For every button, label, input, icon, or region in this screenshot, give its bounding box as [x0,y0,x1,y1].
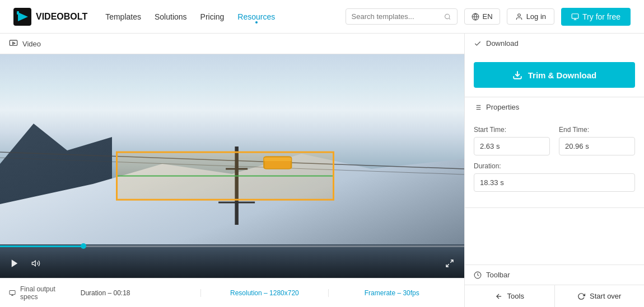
duration-label: Duration: [474,162,635,170]
try-free-label: Try for free [582,12,620,21]
video-progress-dot[interactable] [81,243,86,249]
specs-header-label: Final output specs [20,285,67,301]
language-label: EN [483,12,493,21]
search-bar[interactable] [346,8,458,25]
svg-marker-12 [13,42,15,44]
nav-solutions[interactable]: Solutions [155,12,187,21]
play-button[interactable] [7,256,22,271]
download-action: Trim & Download [465,53,644,97]
trim-download-label: Trim & Download [528,70,597,80]
duration-group: Duration: [474,162,635,192]
video-panel-header: Video [0,34,464,54]
svg-line-23 [446,264,449,267]
trim-download-button[interactable]: Trim & Download [474,62,635,88]
header: VIDEOBOLT Templates Solutions Pricing Re… [0,0,644,34]
start-over-button[interactable]: Start over [555,285,645,307]
try-free-button[interactable]: Try for free [561,8,631,26]
svg-point-3 [445,14,450,18]
start-time-input[interactable] [474,137,550,155]
nav-templates[interactable]: Templates [105,12,141,21]
clock-icon [474,271,482,279]
svg-marker-21 [32,261,35,266]
left-panel: Video [0,34,465,307]
download-header-label: Download [486,39,519,48]
nav-resources[interactable]: Resources [237,12,275,21]
search-input[interactable] [352,12,440,21]
svg-point-7 [517,13,520,16]
start-over-label: Start over [590,292,621,300]
search-icon [444,13,451,21]
specs-items: Duration – 00:18 Resolution – 1280x720 F… [72,289,455,297]
fullscreen-icon [445,259,454,268]
video-player[interactable] [0,54,464,278]
right-panel: Download Trim & Download [465,34,644,307]
properties-header: Properties [465,97,644,117]
volume-button[interactable] [28,256,44,271]
toolbar-actions: Tools Start over [465,285,644,307]
svg-line-22 [450,260,453,263]
time-fields-row: Start Time: End Time: [474,126,635,155]
login-label: Log in [526,12,546,21]
video-progress-bar[interactable] [0,245,464,247]
svg-rect-24 [10,290,15,294]
properties-fields: Start Time: End Time: Duration: [465,117,644,207]
header-right: EN Log in Try for free [346,8,631,26]
logo-text: VIDEOBOLT [36,12,87,22]
properties-icon [474,103,482,111]
svg-rect-2 [17,11,19,15]
download-section-header: Download [465,34,644,53]
download-section: Download Trim & Download [465,34,644,97]
login-button[interactable]: Log in [507,8,554,25]
specs-bar: Final output specs Duration – 00:18 Reso… [0,278,464,307]
start-time-group: Start Time: [474,126,550,155]
video-panel-label: Video [22,40,41,48]
tools-label: Tools [507,292,524,300]
main-nav: Templates Solutions Pricing Resources [105,12,275,21]
logo[interactable]: VIDEOBOLT [13,8,87,26]
refresh-icon [577,292,585,300]
fullscreen-button[interactable] [442,256,458,271]
video-controls [0,249,464,278]
specs-header: Final output specs Duration – 00:18 Reso… [0,285,464,301]
svg-line-4 [449,18,450,19]
end-time-label: End Time: [559,126,635,134]
play-icon [10,258,20,268]
toolbar-header-label: Toolbar [486,271,510,279]
trim-selection-box[interactable] [116,152,334,201]
specs-duration: Duration – 00:18 [72,289,201,297]
language-selector[interactable]: EN [464,8,500,25]
logo-icon [13,8,31,26]
properties-section: Properties Start Time: End Time: Duratio… [465,97,644,208]
svg-rect-8 [572,13,578,18]
output-icon [9,289,16,297]
toolbar-header: Toolbar [465,265,644,285]
globe-icon [472,13,479,21]
duration-input[interactable] [474,173,635,192]
specs-framerate: Framerate – 30fps [329,289,455,297]
tools-button[interactable]: Tools [465,285,555,307]
video-progress-fill [0,245,83,247]
trim-center-line [118,176,333,177]
monitor-icon [571,13,579,21]
properties-label: Properties [486,103,519,111]
specs-resolution: Resolution – 1280x720 [201,289,328,297]
arrow-left-icon [495,292,503,300]
volume-icon [31,259,40,268]
download-icon [512,70,522,80]
toolbar-section: Toolbar Tools Start over [465,265,644,307]
video-panel-icon [9,39,18,48]
end-time-input[interactable] [559,137,635,155]
checkmark-icon [474,40,482,48]
nav-pricing[interactable]: Pricing [200,12,225,21]
start-time-label: Start Time: [474,126,550,134]
end-time-group: End Time: [559,126,635,155]
svg-marker-20 [12,259,18,267]
main-content: Video [0,34,644,307]
user-icon [515,13,523,21]
